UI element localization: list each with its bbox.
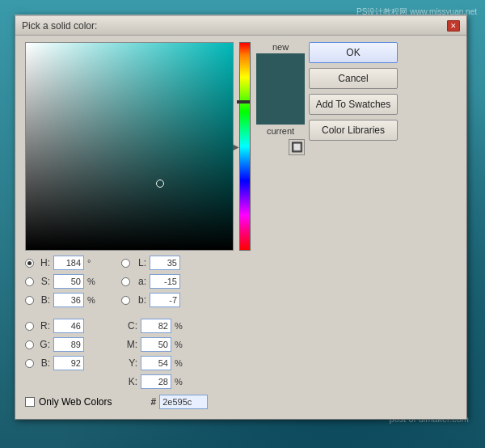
hue-slider[interactable] (239, 42, 251, 251)
m-input[interactable] (141, 337, 171, 352)
bl-row: B: (25, 355, 97, 371)
color-libraries-button[interactable]: Color Libraries (309, 120, 398, 141)
bl-input[interactable] (53, 356, 84, 370)
r-label: R: (37, 320, 50, 332)
add-to-swatches-button[interactable]: Add To Swatches (309, 94, 398, 115)
a-label: a: (133, 276, 146, 287)
k-row: K: % (121, 374, 184, 390)
b-radio[interactable] (25, 296, 34, 305)
b-unit: % (87, 295, 97, 305)
picker-row: ▶ new current 🔲 OK Cancel Add To Swatche… (25, 42, 398, 251)
s-row: S: % (25, 273, 97, 290)
lab-column: L: a: b: C: % M: % (121, 255, 184, 390)
g-row: G: (25, 336, 97, 353)
h-radio[interactable] (25, 259, 34, 268)
a-row: a: (121, 273, 184, 290)
web-colors-label: Only Web Colors (39, 396, 112, 408)
a-input[interactable] (150, 274, 180, 289)
b2-label: b: (133, 294, 146, 306)
main-content: ▶ new current 🔲 OK Cancel Add To Swatche… (15, 36, 466, 251)
s-radio[interactable] (25, 277, 34, 286)
h-input[interactable] (53, 256, 84, 270)
web-colors-row: Only Web Colors (25, 396, 112, 408)
hex-symbol: # (150, 396, 156, 408)
c-row: C: % (121, 318, 184, 334)
s-input[interactable] (53, 274, 84, 289)
hue-slider-wrap (238, 42, 252, 251)
close-button[interactable]: ✕ (447, 20, 460, 32)
k-unit: % (175, 377, 184, 387)
buttons-column: OK Cancel Add To Swatches Color Librarie… (309, 42, 398, 141)
a-radio[interactable] (121, 277, 130, 286)
r-row: R: (25, 318, 97, 334)
y-unit: % (175, 358, 184, 368)
g-input[interactable] (53, 337, 84, 352)
c-unit: % (175, 321, 184, 331)
b-label: B: (37, 294, 50, 306)
c-label: C: (121, 320, 137, 332)
color-preview-section: new current 🔲 (256, 42, 305, 155)
r-input[interactable] (53, 319, 84, 333)
b-row: B: % (25, 292, 97, 308)
m-label: M: (121, 339, 137, 350)
c-input[interactable] (141, 319, 171, 333)
s-unit: % (87, 277, 97, 286)
color-preview-new[interactable] (256, 53, 305, 89)
r-radio[interactable] (25, 322, 34, 331)
h-unit: ° (87, 258, 97, 268)
l-radio[interactable] (121, 259, 130, 268)
l-input[interactable] (150, 256, 180, 270)
l-row: L: (121, 255, 184, 271)
g-radio[interactable] (25, 340, 34, 349)
b2-row: b: (121, 292, 184, 308)
g-label: G: (37, 339, 50, 350)
y-input[interactable] (141, 356, 171, 370)
l-label: L: (133, 257, 146, 268)
color-field[interactable] (25, 42, 234, 251)
b2-radio[interactable] (121, 296, 130, 305)
h-label: H: (37, 257, 50, 268)
y-label: Y: (121, 357, 137, 369)
web-colors-checkbox[interactable] (25, 397, 35, 407)
title-bar: Pick a solid color: ✕ (15, 16, 466, 36)
current-label: current (267, 126, 294, 136)
m-row: M: % (121, 336, 184, 353)
hex-input[interactable] (159, 395, 208, 409)
bl-radio[interactable] (25, 359, 34, 368)
color-preview-current[interactable] (256, 89, 305, 125)
values-container: H: ° S: % B: % R: (15, 255, 466, 390)
s-label: S: (37, 276, 50, 287)
color-field-cursor (156, 180, 164, 188)
h-row: H: ° (25, 255, 97, 271)
cancel-button[interactable]: Cancel (309, 68, 398, 89)
color-picker-dialog: Pick a solid color: ✕ ▶ new current (15, 15, 467, 420)
k-label: K: (121, 376, 137, 387)
b2-input[interactable] (150, 293, 180, 307)
color-field-wrap: ▶ (25, 42, 234, 251)
bl-label: B: (37, 357, 50, 369)
ok-button[interactable]: OK (309, 42, 398, 63)
hsb-column: H: ° S: % B: % R: (25, 255, 97, 390)
y-row: Y: % (121, 355, 184, 371)
dialog-title: Pick a solid color: (22, 20, 97, 32)
k-input[interactable] (141, 374, 171, 389)
eyedropper-button[interactable]: 🔲 (289, 139, 305, 155)
b-input[interactable] (53, 293, 84, 307)
bottom-row: Only Web Colors # (15, 395, 466, 409)
m-unit: % (175, 340, 184, 349)
new-label: new (272, 42, 289, 52)
